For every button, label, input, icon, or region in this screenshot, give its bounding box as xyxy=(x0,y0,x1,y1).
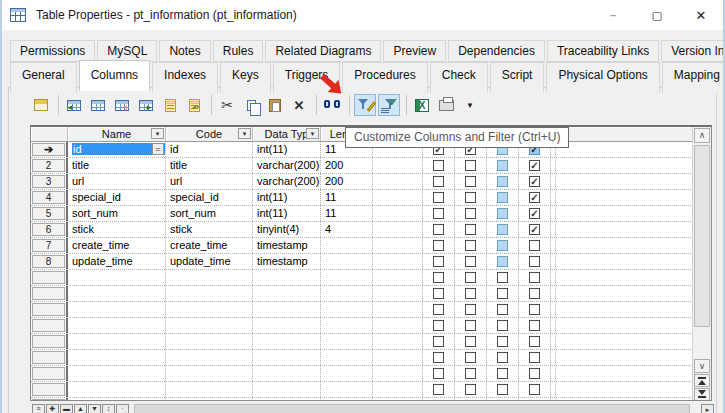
grid-cell-code[interactable] xyxy=(166,270,253,285)
tab-preview[interactable]: Preview xyxy=(383,40,446,62)
grid-nav-button[interactable]: ▬ xyxy=(60,404,73,413)
grid-cell-checkbox[interactable] xyxy=(455,286,487,301)
row-header-cell[interactable]: 4 xyxy=(31,190,68,205)
grid-cell-checkbox[interactable] xyxy=(487,190,519,205)
checkbox-unchecked[interactable] xyxy=(465,176,476,187)
checkbox-unchecked[interactable] xyxy=(465,224,476,235)
grid-cell-datatype[interactable] xyxy=(253,382,321,397)
tab-check[interactable]: Check xyxy=(430,62,488,93)
checkbox-unchecked[interactable] xyxy=(529,256,540,267)
checkbox-unchecked[interactable] xyxy=(465,208,476,219)
checkbox-empty[interactable] xyxy=(465,368,476,379)
checkbox-checked[interactable]: ✓ xyxy=(529,192,540,203)
grid-cell-checkbox[interactable] xyxy=(487,158,519,173)
minimize-button[interactable]: – xyxy=(591,0,635,30)
grid-cell-name[interactable]: id= xyxy=(68,142,166,157)
grid-cell-name[interactable] xyxy=(68,334,166,349)
grid-cell-datatype[interactable] xyxy=(253,270,321,285)
checkbox-empty[interactable] xyxy=(497,272,508,283)
checkbox-unchecked[interactable] xyxy=(433,160,444,171)
grid-nav-button[interactable]: ≡ xyxy=(32,404,45,413)
checkbox-empty[interactable] xyxy=(433,352,444,363)
grid-cell-extra[interactable] xyxy=(373,238,423,253)
grid-cell-checkbox[interactable] xyxy=(423,222,455,237)
grid-cell-name[interactable] xyxy=(68,318,166,333)
grid-cell-code[interactable] xyxy=(166,318,253,333)
checkbox-unchecked[interactable] xyxy=(465,160,476,171)
checkbox-blue[interactable] xyxy=(497,160,508,171)
grid-cell-length[interactable]: 200 xyxy=(321,158,373,173)
grid-cell-checkbox[interactable] xyxy=(487,302,519,317)
checkbox-empty[interactable] xyxy=(465,384,476,395)
grid-cell-checkbox[interactable] xyxy=(423,334,455,349)
go-first-row-icon[interactable] xyxy=(694,374,710,387)
checkbox-empty[interactable] xyxy=(497,400,508,401)
grid-cell-datatype[interactable] xyxy=(253,286,321,301)
paste-icon[interactable] xyxy=(264,94,286,116)
grid-cell-extra[interactable] xyxy=(373,318,423,333)
grid-cell-checkbox[interactable] xyxy=(519,238,551,253)
checkbox-empty[interactable] xyxy=(465,288,476,299)
column-header-name[interactable]: Name ▼ xyxy=(68,127,166,142)
tab-keys[interactable]: Keys xyxy=(220,62,271,93)
grid-cell-checkbox[interactable] xyxy=(455,174,487,189)
grid-cell-length[interactable] xyxy=(321,334,373,349)
maximize-button[interactable]: ▢ xyxy=(635,0,679,30)
grid-cell-extra[interactable] xyxy=(373,302,423,317)
grid-cell-checkbox[interactable]: ✓ xyxy=(519,158,551,173)
checkbox-checked[interactable]: ✓ xyxy=(529,208,540,219)
grid-cell-datatype[interactable]: tinyint(4) xyxy=(253,222,321,237)
checkbox-empty[interactable] xyxy=(465,320,476,331)
horizontal-scrollbar-thumb[interactable] xyxy=(134,404,690,413)
grid-cell-length[interactable] xyxy=(321,382,373,397)
checkbox-empty[interactable] xyxy=(433,320,444,331)
horizontal-scrollbar[interactable] xyxy=(134,404,700,413)
move-row-icon[interactable]: ► xyxy=(135,94,157,116)
grid-cell-code[interactable]: id xyxy=(166,142,253,157)
checkbox-unchecked[interactable] xyxy=(433,240,444,251)
checkbox-checked[interactable]: ✓ xyxy=(529,224,540,235)
grid-cell-checkbox[interactable] xyxy=(455,302,487,317)
vertical-scrollbar[interactable]: ∧ ∨ xyxy=(692,127,711,400)
grid-cell-datatype[interactable] xyxy=(253,302,321,317)
row-header-cell[interactable]: 6 xyxy=(31,222,68,237)
tab-indexes[interactable]: Indexes xyxy=(152,62,218,93)
grid-cell-code[interactable]: update_time xyxy=(166,254,253,269)
grid-cell-checkbox[interactable] xyxy=(487,366,519,381)
grid-cell-extra[interactable] xyxy=(373,254,423,269)
row-header-cell[interactable]: ➔ xyxy=(31,142,68,157)
insert-row-icon[interactable]: ◄ xyxy=(63,94,85,116)
checkbox-unchecked[interactable] xyxy=(433,208,444,219)
grid-cell-checkbox[interactable] xyxy=(487,286,519,301)
grid-cell-checkbox[interactable] xyxy=(423,270,455,285)
grid-cell-checkbox[interactable]: ✓ xyxy=(519,190,551,205)
checkbox-unchecked[interactable] xyxy=(529,240,540,251)
grid-cell-length[interactable] xyxy=(321,350,373,365)
grid-cell-datatype[interactable] xyxy=(253,334,321,349)
checkbox-unchecked[interactable] xyxy=(465,256,476,267)
grid-cell-datatype[interactable]: int(11) xyxy=(253,206,321,221)
checkbox-empty[interactable] xyxy=(433,400,444,401)
grid-cell-extra[interactable] xyxy=(373,174,423,189)
row-header-cell[interactable] xyxy=(31,302,68,317)
row-header-cell[interactable] xyxy=(31,334,68,349)
grid-cell-checkbox[interactable] xyxy=(455,158,487,173)
properties-icon[interactable] xyxy=(30,94,52,116)
scroll-up-icon[interactable]: ∧ xyxy=(694,128,710,143)
grid-cell-code[interactable]: url xyxy=(166,174,253,189)
grid-cell-checkbox[interactable] xyxy=(519,334,551,349)
tab-general[interactable]: General xyxy=(10,62,77,93)
checkbox-empty[interactable] xyxy=(465,336,476,347)
grid-cell-checkbox[interactable] xyxy=(487,350,519,365)
grid-cell-length[interactable] xyxy=(321,366,373,381)
checkbox-blue[interactable] xyxy=(497,256,508,267)
tab-traceability-links[interactable]: Traceability Links xyxy=(547,40,659,62)
grid-cell-checkbox[interactable] xyxy=(519,366,551,381)
grid-cell-checkbox[interactable] xyxy=(423,158,455,173)
grid-cell-datatype[interactable]: timestamp xyxy=(253,238,321,253)
checkbox-empty[interactable] xyxy=(465,272,476,283)
export-excel-icon[interactable]: X xyxy=(411,94,433,116)
checkbox-empty[interactable] xyxy=(497,384,508,395)
tab-permissions[interactable]: Permissions xyxy=(10,40,95,62)
grid-cell-extra[interactable] xyxy=(373,286,423,301)
